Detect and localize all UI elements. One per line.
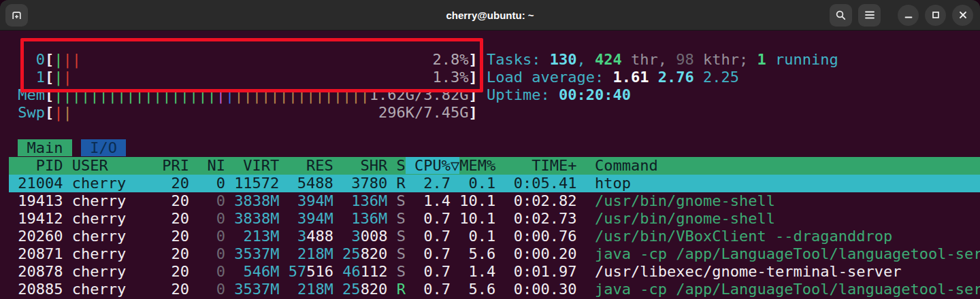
swap-usage-value: 296K/7.45G [378,104,468,121]
search-icon [835,10,847,21]
search-button[interactable] [830,4,852,27]
process-row-selected[interactable]: 21004 cherry 20 0 11572 5488 3780 R 2.7 … [9,175,980,192]
maximize-icon [931,10,941,20]
running-count: 1 [757,51,766,68]
minimize-icon [904,10,913,20]
blank-line [9,122,980,139]
load-1min: 1.61 [612,69,657,86]
cpu-meter-0: 0[||| 2.8%] Tasks: 130, 424 thr, 98 kthr… [9,51,980,69]
process-row[interactable]: 20885 cherry 20 0 3537M 218M 25820 R 0.7… [9,281,980,298]
htop-output: 0[||| 2.8%] Tasks: 130, 424 thr, 98 kthr… [0,31,980,299]
hamburger-icon [864,10,875,20]
close-icon [958,10,968,20]
table-header[interactable]: PID USER PRI NI VIRT RES SHR S CPU%▽MEM%… [9,157,980,175]
load-average-label: Load average: [487,69,612,86]
close-button[interactable] [952,5,973,26]
tasks-count: 130 [550,51,577,68]
tasks-label: Tasks: [487,51,550,68]
terminal-window: cherry@ubuntu: ~ [0,0,980,299]
load-5min: 2.76 [658,69,703,86]
kthreads-count: 98 [676,51,694,68]
menu-button[interactable] [858,4,881,27]
tab-plus-icon [11,10,22,21]
cpu-meter-1: 1[|| 1.3%] Load average: 1.61 2.76 2.25 [9,69,980,86]
memory-usage-value: 1.62G/3.82G [370,86,469,103]
sort-column-cpu[interactable]: CPU%▽ [406,157,459,174]
process-row[interactable]: 20260 cherry 20 0 213M 3488 3008 S 0.7 0… [9,228,980,245]
column-headers-right[interactable]: MEM% TIME+ Command [459,157,657,174]
tab-io[interactable]: I/O [81,139,126,156]
swap-meter: Swp[|| 296K/7.45G] [9,104,980,122]
uptime-label: Uptime: [487,86,559,103]
memory-meter: Mem[|||||||||||||||||||||||||||||||||||1… [9,86,980,104]
process-row[interactable]: 20878 cherry 20 0 546M 57516 46112 S 0.7… [9,263,980,281]
load-15min: 2.25 [703,69,739,86]
minimize-button[interactable] [898,5,919,26]
uptime-value: 00:20:40 [559,86,631,103]
column-headers[interactable]: PID USER PRI NI VIRT RES SHR S [9,157,406,174]
new-tab-button[interactable] [5,4,28,27]
threads-count: 424 [595,51,622,68]
tab-main[interactable]: Main [18,139,71,156]
process-row[interactable]: 19413 cherry 20 0 3838M 394M 136M S 1.4 … [9,192,980,210]
maximize-button[interactable] [925,5,946,26]
process-row[interactable]: 20871 cherry 20 0 3537M 218M 25820 S 0.7… [9,245,980,263]
titlebar: cherry@ubuntu: ~ [0,0,980,31]
tab-bar: Main I/O [9,139,980,157]
process-row[interactable]: 19412 cherry 20 0 3838M 394M 136M S 0.7 … [9,210,980,228]
